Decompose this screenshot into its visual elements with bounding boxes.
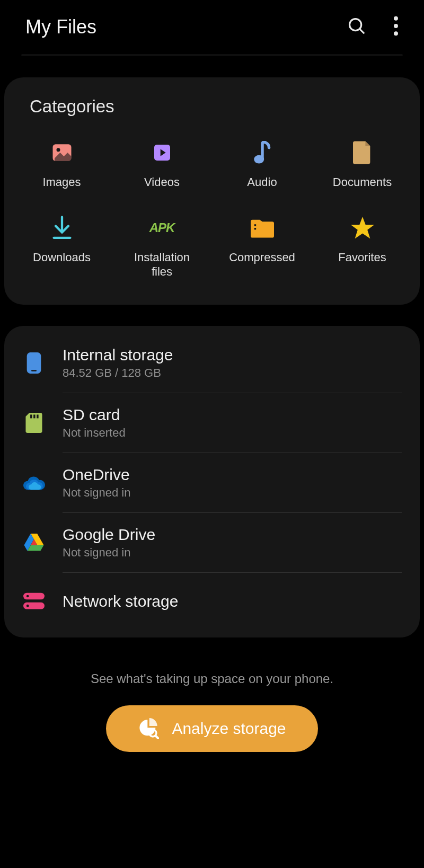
storage-card: Internal storage 84.52 GB / 128 GB SD ca… — [4, 326, 420, 637]
svg-rect-11 — [254, 224, 255, 226]
svg-point-0 — [350, 19, 361, 31]
storage-subtitle: 84.52 GB / 128 GB — [63, 366, 173, 380]
analyze-label: Analyze storage — [172, 720, 286, 738]
category-label: Audio — [247, 175, 277, 190]
svg-rect-12 — [254, 228, 255, 229]
header-divider — [21, 54, 403, 56]
storage-title: OneDrive — [63, 466, 130, 484]
network-storage-icon — [22, 590, 46, 613]
storage-subtitle: Not signed in — [63, 486, 130, 500]
storage-google-drive[interactable]: Google Drive Not signed in — [4, 513, 420, 572]
category-label: Installation files — [134, 250, 190, 279]
svg-point-21 — [26, 604, 29, 607]
analyze-icon — [138, 718, 159, 739]
storage-title: Network storage — [63, 592, 178, 610]
storage-internal[interactable]: Internal storage 84.52 GB / 128 GB — [4, 333, 420, 393]
storage-sd-card[interactable]: SD card Not inserted — [4, 393, 420, 453]
category-documents[interactable]: Documents — [312, 134, 412, 196]
search-button[interactable] — [347, 16, 367, 38]
storage-list: Internal storage 84.52 GB / 128 GB SD ca… — [4, 333, 420, 630]
svg-rect-15 — [30, 414, 32, 418]
storage-title: SD card — [63, 406, 126, 424]
more-vertical-icon — [393, 16, 399, 36]
category-label: Videos — [144, 175, 180, 190]
svg-rect-17 — [37, 414, 38, 418]
category-downloads[interactable]: Downloads — [12, 209, 112, 286]
footer-section: See what's taking up space on your phone… — [0, 659, 424, 752]
category-label: Documents — [333, 175, 392, 190]
category-label: Favorites — [338, 250, 386, 265]
videos-icon — [149, 140, 175, 165]
storage-network[interactable]: Network storage — [4, 573, 420, 630]
storage-title: Internal storage — [63, 346, 173, 364]
phone-icon — [22, 351, 46, 375]
sd-card-icon — [22, 411, 46, 435]
audio-icon — [250, 140, 275, 165]
svg-rect-14 — [31, 370, 37, 371]
category-videos[interactable]: Videos — [112, 134, 212, 196]
images-icon — [49, 140, 75, 165]
search-icon — [347, 16, 367, 36]
storage-onedrive[interactable]: OneDrive Not signed in — [4, 453, 420, 512]
favorites-icon — [350, 215, 375, 241]
svg-line-1 — [360, 29, 364, 33]
storage-subtitle: Not inserted — [63, 426, 126, 440]
google-drive-icon — [22, 531, 46, 554]
category-audio[interactable]: Audio — [212, 134, 312, 196]
downloads-icon — [49, 215, 75, 241]
categories-grid: Images Videos Audio — [12, 129, 412, 286]
category-images[interactable]: Images — [12, 134, 112, 196]
svg-point-19 — [26, 595, 29, 597]
categories-title: Categories — [12, 96, 412, 129]
svg-rect-16 — [33, 414, 35, 418]
storage-subtitle: Not signed in — [63, 546, 155, 560]
documents-icon — [350, 140, 375, 165]
onedrive-icon — [22, 471, 46, 494]
category-favorites[interactable]: Favorites — [312, 209, 412, 286]
compressed-icon — [250, 215, 275, 241]
svg-point-6 — [56, 148, 60, 152]
category-label: Downloads — [33, 250, 91, 265]
analyze-storage-button[interactable]: Analyze storage — [106, 705, 317, 752]
svg-point-4 — [394, 31, 398, 36]
storage-title: Google Drive — [63, 526, 155, 544]
footer-hint: See what's taking up space on your phone… — [91, 671, 333, 686]
app-title: My Files — [25, 16, 96, 38]
header-actions — [347, 16, 399, 38]
category-label: Images — [42, 175, 81, 190]
svg-point-3 — [394, 24, 398, 28]
apk-icon: APK — [149, 215, 175, 241]
svg-line-23 — [156, 736, 158, 738]
app-header: My Files — [0, 0, 424, 54]
category-compressed[interactable]: Compressed — [212, 209, 312, 286]
category-label: Compressed — [229, 250, 295, 265]
category-installation-files[interactable]: APK Installation files — [112, 209, 212, 286]
categories-card: Categories Images Videos — [4, 77, 420, 305]
more-options-button[interactable] — [393, 16, 399, 38]
svg-point-2 — [394, 16, 398, 21]
